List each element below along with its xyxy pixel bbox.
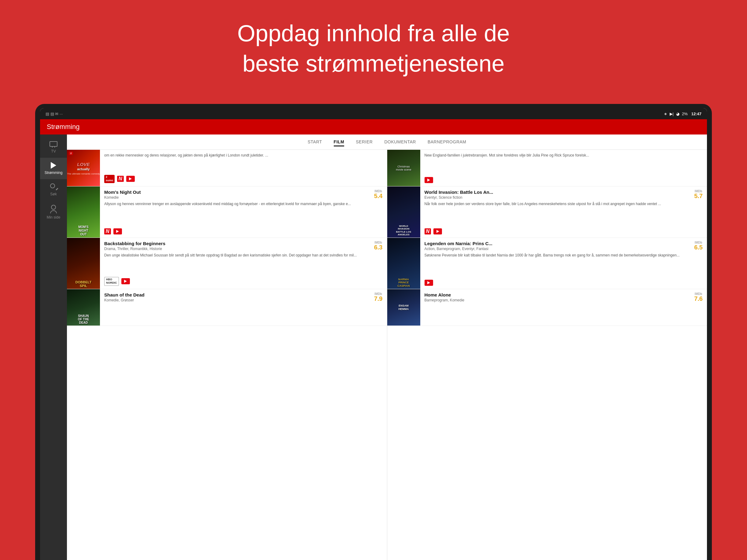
sidebar-item-min-side[interactable]: Min side xyxy=(40,201,67,224)
shaun-info: Shaun of the Dead Komedie, Grøsser IMDb … xyxy=(100,289,387,326)
netflix-badge-moms: N xyxy=(104,228,111,234)
moms-imdb: IMDb 5.4 xyxy=(374,189,383,199)
sidebar: TV Strømming Søk xyxy=(40,134,67,560)
app-title: Strømming xyxy=(47,123,80,131)
viaplay-badge-backstab xyxy=(121,278,130,284)
narnia-services xyxy=(424,280,703,286)
viaplay-badge-moms xyxy=(113,228,122,234)
wifi-icon: ◕ xyxy=(676,111,679,116)
min-side-label: Min side xyxy=(47,215,60,220)
tv2-badge: 2sumo xyxy=(104,175,114,183)
viaplay-badge-invasion xyxy=(433,228,442,234)
main-content: TV Strømming Søk xyxy=(40,134,707,560)
movie-card-love-actually[interactable]: 2 LOVE actually The ultimate romantic co… xyxy=(67,150,387,186)
shaun-genre: Komedie, Grøsser xyxy=(104,298,145,302)
left-column: 2 LOVE actually The ultimate romantic co… xyxy=(67,150,387,560)
netflix-badge: N xyxy=(117,176,124,182)
homealone-info: Home Alone Barneprogram, Komedie IMDb 7.… xyxy=(420,289,707,326)
movie-card-shaun[interactable]: SHAUNOF THEDEAD Shaun of the Dead Komedi… xyxy=(67,289,387,326)
right-column: Christmasmovie scene New England-familie… xyxy=(387,150,707,560)
invasion-imdb: IMDb 5.7 xyxy=(694,189,703,199)
movie-card-narnia[interactable]: NARNIAPRINCECASPIAN Legenden om Narnia: … xyxy=(387,238,707,289)
bluetooth-icon: ∗ xyxy=(664,111,667,116)
homealone-imdb: IMDb 7.6 xyxy=(694,292,703,302)
notification-icons: ▤ ▤ ✉ ··· xyxy=(46,111,63,116)
movie-card-partial-right[interactable]: Christmasmovie scene New England-familie… xyxy=(387,150,707,186)
invasion-genre: Eventyr, Science fiction xyxy=(424,195,493,200)
stromming-label: Strømming xyxy=(45,171,63,175)
homealone-title: Home Alone xyxy=(424,292,465,298)
love-actually-poster: 2 LOVE actually The ultimate romantic co… xyxy=(67,150,100,186)
tab-barneprogram[interactable]: BARNEPROGRAM xyxy=(428,138,466,147)
sidebar-item-tv[interactable]: TV xyxy=(40,137,67,158)
sidebar-item-stromming[interactable]: Strømming xyxy=(40,158,67,179)
backstab-imdb: IMDb 6.3 xyxy=(374,241,383,250)
play-icon xyxy=(51,162,56,169)
app-header: Strømming xyxy=(40,119,707,134)
narnia-imdb: IMDb 6.5 xyxy=(694,241,703,250)
invasion-services: N xyxy=(424,228,703,234)
shaun-poster: SHAUNOF THEDEAD xyxy=(67,289,100,326)
moms-desc: Allyson og hennes venninner trenger en a… xyxy=(104,201,383,207)
tv-icon xyxy=(50,141,57,147)
moms-poster: MOM'SNIGHTOUT xyxy=(67,186,100,237)
tab-serier[interactable]: SERIER xyxy=(356,138,372,147)
movie-card-backstab[interactable]: DOBBELTSPIL Backstabbing for Beginners D… xyxy=(67,238,387,289)
homealone-genre: Barneprogram, Komedie xyxy=(424,298,465,302)
viaplay-badge-right xyxy=(424,177,433,183)
backstab-services: HBONORDIC xyxy=(104,277,383,286)
movies-list: 2 LOVE actually The ultimate romantic co… xyxy=(67,150,707,560)
backstab-desc: Den unge idealistiske Michael Soussan bl… xyxy=(104,253,383,258)
status-bar: ▤ ▤ ✉ ··· ∗ ▶| ◕ 2% 12:47 xyxy=(40,108,707,119)
battery-text: 2% xyxy=(682,111,688,116)
nav-tabs: START FILM SERIER DOKUMENTAR BARNEPROGRA… xyxy=(67,134,707,150)
sok-label: Søk xyxy=(50,192,56,196)
hero-section: Oppdag innhold fra alle de beste strømme… xyxy=(0,18,747,79)
sound-icon: ▶| xyxy=(670,111,674,116)
shaun-imdb: IMDb 7.9 xyxy=(374,292,383,302)
narnia-desc: Søsknene Pevensie blir kalt tilbake til … xyxy=(424,253,703,258)
moms-genre: Komedie xyxy=(104,195,140,200)
partial-right-poster: Christmasmovie scene xyxy=(387,150,420,186)
status-bar-right: ∗ ▶| ◕ 2% 12:47 xyxy=(664,111,701,116)
backstab-poster: DOBBELTSPIL xyxy=(67,238,100,289)
partial-right-info: New England-familien i juletrebransjen. … xyxy=(420,150,707,186)
backstab-info: Backstabbing for Beginners Drama, Thrill… xyxy=(100,238,387,289)
hbo-badge: HBONORDIC xyxy=(104,277,119,286)
movie-card-homealone[interactable]: ENSAMHEMMA Home Alone Barneprogram, Kome… xyxy=(387,289,707,326)
narnia-poster: NARNIAPRINCECASPIAN xyxy=(387,238,420,289)
shaun-title: Shaun of the Dead xyxy=(104,292,145,298)
hero-title: Oppdag innhold fra alle de beste strømme… xyxy=(0,18,747,79)
tablet-frame: ▤ ▤ ✉ ··· ∗ ▶| ◕ 2% 12:47 Strømming xyxy=(35,104,712,560)
viaplay-badge-1 xyxy=(126,176,135,182)
tab-dokumentar[interactable]: DOKUMENTAR xyxy=(384,138,416,147)
sidebar-item-sok[interactable]: Søk xyxy=(40,179,67,201)
love-actually-services: 2sumo N xyxy=(104,175,383,183)
tab-film[interactable]: FILM xyxy=(334,138,344,147)
person-icon xyxy=(50,205,57,213)
tv-label: TV xyxy=(51,149,56,153)
tablet-screen: ▤ ▤ ✉ ··· ∗ ▶| ◕ 2% 12:47 Strømming xyxy=(40,108,707,560)
movie-card-moms[interactable]: MOM'SNIGHTOUT Mom's Night Out Komedie xyxy=(67,186,387,238)
viaplay-badge-narnia xyxy=(424,280,433,286)
movie-card-invasion[interactable]: WORLDINVASIONBATTLE LOSANGELES World Inv… xyxy=(387,186,707,238)
moms-info: Mom's Night Out Komedie IMDb 5.4 xyxy=(100,186,387,237)
narnia-title: Legenden om Narnia: Prins C... xyxy=(424,241,493,246)
tab-start[interactable]: START xyxy=(308,138,322,147)
invasion-poster: WORLDINVASIONBATTLE LOSANGELES xyxy=(387,186,420,237)
love-actually-info: om en rekke mennesker og deres relasjone… xyxy=(100,150,387,186)
backstab-title: Backstabbing for Beginners xyxy=(104,241,165,246)
narnia-genre: Action, Barneprogram, Eventyr, Fantasi xyxy=(424,247,493,251)
content-area: START FILM SERIER DOKUMENTAR BARNEPROGRA… xyxy=(67,134,707,560)
moms-title: Mom's Night Out xyxy=(104,189,140,195)
backstab-genre: Drama, Thriller, Romantikk, Historie xyxy=(104,247,165,251)
partial-right-desc: New England-familien i juletrebransjen. … xyxy=(424,153,703,158)
moms-services: N xyxy=(104,228,383,234)
invasion-info: World Invasion: Battle Los An... Eventyr… xyxy=(420,186,707,237)
time-display: 12:47 xyxy=(691,111,701,116)
invasion-title: World Invasion: Battle Los An... xyxy=(424,189,493,195)
search-icon xyxy=(50,183,57,190)
narnia-info: Legenden om Narnia: Prins C... Action, B… xyxy=(420,238,707,289)
invasion-desc: Når folk over hele jorden ser verdens st… xyxy=(424,201,703,207)
status-bar-left: ▤ ▤ ✉ ··· xyxy=(46,111,63,116)
